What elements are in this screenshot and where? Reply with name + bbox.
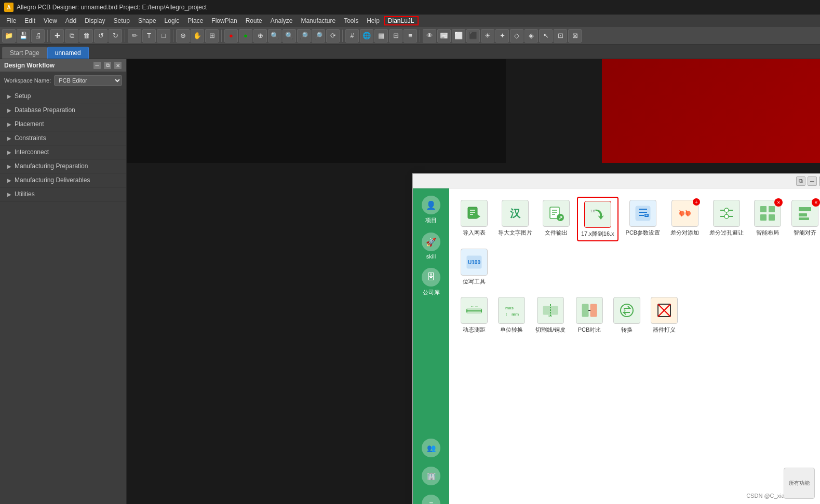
toolbar-more2[interactable]: ⊠ bbox=[568, 29, 582, 43]
fp-snap[interactable]: ⧉ bbox=[796, 176, 805, 186]
canvas-area: ⧉ ─ □ ✕ 👤 项目 🚀 skill 🗄 bbox=[127, 59, 820, 504]
workspace-selector: Workspace Name: PCB Editor bbox=[0, 72, 126, 89]
toolbar-zoom-fit[interactable]: ⊕ bbox=[253, 29, 267, 43]
toolbar-circle-red[interactable]: ● bbox=[224, 29, 238, 43]
toolbar-save[interactable]: 💾 bbox=[17, 29, 30, 43]
menu-place[interactable]: Place bbox=[183, 16, 207, 25]
toolbar-move[interactable]: ⊕ bbox=[176, 29, 190, 43]
unit-convert-icon: mils↕mm bbox=[498, 297, 525, 324]
toolbar-stretch[interactable]: ⊞ bbox=[205, 29, 219, 43]
menu-shape[interactable]: Shape bbox=[134, 16, 160, 25]
toolbar-zoom-out[interactable]: 🔍 bbox=[283, 29, 296, 43]
toolbar-redo[interactable]: ↻ bbox=[109, 29, 122, 43]
menu-dianlu[interactable]: DianLuJL bbox=[384, 16, 419, 25]
icon-diff-via[interactable]: 差分过孔避让 bbox=[706, 197, 747, 241]
toolbar-print[interactable]: 🖨 bbox=[31, 29, 45, 43]
toolbar-undo[interactable]: ↺ bbox=[94, 29, 107, 43]
workflow-mfg-deliverables[interactable]: ▶ Manufacturing Deliverables bbox=[0, 173, 126, 187]
workflow-setup[interactable]: ▶ Setup bbox=[0, 89, 126, 103]
toolbar-refresh[interactable]: ⟳ bbox=[326, 29, 340, 43]
import-text-icon: 汉 bbox=[502, 200, 529, 227]
toolbar-shape1[interactable]: ◇ bbox=[510, 29, 523, 43]
workflow-interconnect[interactable]: ▶ Interconnect bbox=[0, 145, 126, 159]
toolbar-net[interactable]: ≡ bbox=[404, 29, 417, 43]
icon-import-text[interactable]: 汉 导大文字图片 bbox=[495, 197, 535, 241]
menu-help[interactable]: Help bbox=[362, 16, 384, 25]
toolbar-zoom2[interactable]: 🔎 bbox=[297, 29, 311, 43]
fp-minimize[interactable]: ─ bbox=[808, 176, 817, 186]
toolbar-cross[interactable]: ✚ bbox=[50, 29, 64, 43]
workflow-mfg-prep[interactable]: ▶ Manufacturing Preparation bbox=[0, 159, 126, 173]
toolbar-layers[interactable]: ▦ bbox=[374, 29, 388, 43]
tab-unnamed[interactable]: unnamed bbox=[47, 47, 89, 59]
icon-pcb-compare[interactable]: PCB对比 bbox=[573, 294, 606, 336]
icon-convert[interactable]: 转换 bbox=[610, 294, 643, 336]
icon-pcb-params[interactable]: ≡ PCB参数设置 bbox=[623, 197, 664, 241]
menu-route[interactable]: Route bbox=[241, 16, 266, 25]
panel-close[interactable]: ✕ bbox=[114, 61, 122, 70]
toolbar-comp1[interactable]: ⬜ bbox=[452, 29, 465, 43]
icon-ref-tool[interactable]: U100 位写工具 bbox=[458, 246, 491, 288]
menu-file[interactable]: File bbox=[2, 16, 20, 25]
toolbar-grid[interactable]: # bbox=[345, 29, 359, 43]
menu-logic[interactable]: Logic bbox=[160, 16, 184, 25]
menu-manufacture[interactable]: Manufacture bbox=[297, 16, 340, 25]
icon-dynamic-dist[interactable]: ←→ 动态测距 bbox=[458, 294, 491, 336]
workflow-placement[interactable]: ▶ Placement bbox=[0, 117, 126, 131]
icon-smart-align[interactable]: ✕ 智能对齐 bbox=[788, 197, 820, 241]
app-title: Allegro PCB Designer: unnamed.brd Projec… bbox=[17, 4, 207, 11]
toolbar-open[interactable]: 📁 bbox=[2, 29, 16, 43]
toolbar-globe[interactable]: 🌐 bbox=[360, 29, 373, 43]
menu-analyze[interactable]: Analyze bbox=[266, 16, 297, 25]
toolbar-comp2[interactable]: ⬛ bbox=[466, 29, 480, 43]
corner-all-functions[interactable]: 所有功能 bbox=[784, 468, 815, 499]
toolbar-circle-grn[interactable]: ● bbox=[239, 29, 252, 43]
fp-sidebar-company[interactable]: 🗄 公司库 bbox=[418, 265, 444, 299]
workspace-select[interactable]: PCB Editor bbox=[54, 75, 122, 86]
icon-downgrade[interactable]: 16. 17.x降到16.x bbox=[577, 197, 619, 241]
workflow-utilities[interactable]: ▶ Utilities bbox=[0, 187, 126, 201]
icon-file-output[interactable]: ↗ 文件输出 bbox=[540, 197, 573, 241]
diff-pair-add-icon: + bbox=[671, 200, 698, 227]
toolbar-pencil[interactable]: ✏ bbox=[128, 29, 141, 43]
menu-edit[interactable]: Edit bbox=[20, 16, 39, 25]
icon-smart-layout[interactable]: ✕ 智能布局 bbox=[751, 197, 784, 241]
menu-display[interactable]: Display bbox=[80, 16, 109, 25]
menu-view[interactable]: View bbox=[39, 16, 61, 25]
fp-sidebar-person[interactable]: 👤 项目 bbox=[418, 193, 444, 227]
menu-flowplan[interactable]: FlowPlan bbox=[207, 16, 241, 25]
fp-sidebar-building[interactable]: 🏢 bbox=[418, 464, 444, 488]
menu-tools[interactable]: Tools bbox=[340, 16, 362, 25]
toolbar-zoom-in[interactable]: 🔍 bbox=[268, 29, 281, 43]
icon-cut-copper[interactable]: ✂ 切割线/铜皮 bbox=[532, 294, 569, 336]
toolbar-stack[interactable]: ⊟ bbox=[389, 29, 402, 43]
toolbar-delete[interactable]: 🗑 bbox=[79, 29, 93, 43]
panel-restore[interactable]: ⧉ bbox=[103, 61, 112, 70]
toolbar-zoom3[interactable]: 🔎 bbox=[312, 29, 325, 43]
toolbar-hand[interactable]: ✋ bbox=[191, 29, 204, 43]
workflow-database-prep[interactable]: ▶ Database Preparation bbox=[0, 103, 126, 117]
icon-diff-pair-add[interactable]: + 差分对添加 bbox=[667, 197, 702, 241]
toolbar-doc[interactable]: 📰 bbox=[437, 29, 451, 43]
ref-tool-label: 位写工具 bbox=[463, 278, 486, 285]
toolbar-sun[interactable]: ☀ bbox=[481, 29, 494, 43]
icon-import-netlist[interactable]: 导入网表 bbox=[458, 197, 491, 241]
panel-minimize[interactable]: ─ bbox=[93, 61, 101, 70]
fp-sidebar-team[interactable]: 👥 bbox=[418, 435, 444, 460]
fp-sidebar-menu[interactable]: ≡ bbox=[418, 492, 444, 504]
toolbar-cursor[interactable]: ↖ bbox=[539, 29, 553, 43]
workflow-constraints[interactable]: ▶ Constraints bbox=[0, 131, 126, 145]
menu-setup[interactable]: Setup bbox=[110, 16, 134, 25]
icon-comp-define[interactable]: 器件打义 bbox=[648, 294, 681, 336]
toolbar-box[interactable]: □ bbox=[157, 29, 170, 43]
toolbar-bright[interactable]: ✦ bbox=[495, 29, 509, 43]
icon-unit-convert[interactable]: mils↕mm 单位转换 bbox=[495, 294, 528, 336]
toolbar-copy[interactable]: ⧉ bbox=[65, 29, 78, 43]
toolbar-more1[interactable]: ⊡ bbox=[554, 29, 567, 43]
toolbar-eye[interactable]: 👁 bbox=[423, 29, 436, 43]
fp-sidebar-skill[interactable]: 🚀 skill bbox=[418, 229, 444, 263]
menu-add[interactable]: Add bbox=[61, 16, 80, 25]
toolbar-shape2[interactable]: ◈ bbox=[525, 29, 538, 43]
tab-start-page[interactable]: Start Page bbox=[2, 47, 47, 59]
toolbar-text[interactable]: T bbox=[142, 29, 156, 43]
